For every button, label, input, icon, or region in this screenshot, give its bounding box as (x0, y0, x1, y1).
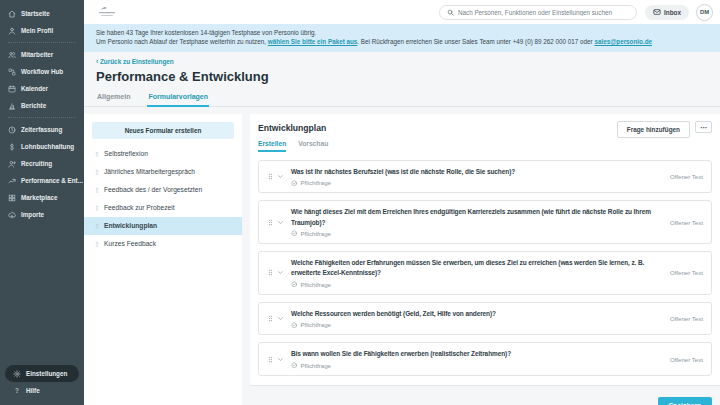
sidebar-item-marketplace[interactable]: Marketplace (0, 189, 84, 206)
form-item-entwicklungplan[interactable]: Entwicklungplan (84, 217, 242, 235)
drag-handle-icon[interactable] (267, 172, 274, 181)
check-circle-icon (291, 322, 298, 329)
sidebar-item-label: Einstellungen (26, 370, 67, 377)
drag-handle-icon[interactable] (267, 314, 274, 323)
sidebar-item-hilfe[interactable]: Hilfe (5, 382, 79, 399)
dollar-icon (8, 143, 16, 151)
sidebar-item-startseite[interactable]: Startseite (0, 5, 84, 22)
sales-email-link[interactable]: sales@personio.de (594, 38, 652, 45)
form-item-label: Kurzes Feedback (104, 240, 156, 247)
question-text: Welche Ressourcen werden benötigt (Geld,… (291, 309, 658, 319)
form-item-feedback-vorgesetzten[interactable]: Feedback des / der Vorgesetzten (84, 181, 242, 199)
more-options-button[interactable]: ⋯ (695, 121, 712, 133)
question-type-label: Offener Text (670, 315, 703, 322)
global-search[interactable] (439, 5, 637, 20)
form-item-label: Entwicklungplan (104, 222, 157, 229)
question-body: Bis wann wollen Sie die Fähigkeiten erwe… (291, 349, 670, 369)
sidebar-item-label: Recruiting (21, 160, 52, 167)
sidebar-item-label: Lohnbuchhaltung (21, 143, 74, 150)
create-form-button[interactable]: Neues Formular erstellen (92, 122, 234, 139)
sidebar-item-mein-profil[interactable]: Mein Profil (0, 22, 84, 39)
company-logo (94, 6, 120, 19)
question-controls (267, 355, 291, 364)
required-label: Pflichtfrage (301, 321, 331, 328)
bar-chart-icon (8, 102, 16, 110)
sidebar-item-label: Kalender (21, 85, 48, 92)
page-tabs: Allgemein Formularvorlagen (84, 91, 720, 107)
save-button[interactable]: Speichern (658, 397, 712, 405)
drag-handle-icon[interactable] (267, 355, 274, 364)
tab-erstellen[interactable]: Erstellen (258, 140, 286, 152)
sidebar-divider (8, 42, 76, 43)
add-question-button[interactable]: Frage hinzufügen (617, 121, 690, 138)
chevron-down-icon[interactable] (277, 315, 284, 322)
question-body: Welche Ressourcen werden benötigt (Geld,… (291, 309, 670, 329)
sidebar-item-label: Importe (21, 211, 44, 218)
inbox-button[interactable]: Inbox (645, 5, 689, 20)
tab-formularvorlagen[interactable]: Formularvorlagen (147, 91, 209, 107)
drag-handle-icon (94, 168, 100, 176)
sidebar-item-lohnbuchhaltung[interactable]: Lohnbuchhaltung (0, 138, 84, 155)
question-controls (267, 218, 291, 227)
check-circle-icon (291, 180, 298, 187)
question-card: Was ist Ihr nächstes Berufsziel (was ist… (258, 160, 712, 194)
sidebar-spacer (0, 223, 84, 361)
form-item-kurzes-feedback[interactable]: Kurzes Feedback (84, 235, 242, 253)
tab-allgemein[interactable]: Allgemein (96, 91, 131, 106)
question-controls (267, 268, 291, 277)
sidebar-item-label: Workflow Hub (21, 68, 63, 75)
question-card: Welche Fähigkeiten oder Erfahrungen müss… (258, 251, 712, 295)
help-icon (13, 387, 21, 395)
form-item-label: Feedback des / der Vorgesetzten (104, 186, 202, 193)
search-input[interactable] (458, 9, 629, 16)
sidebar-item-importe[interactable]: Importe (0, 206, 84, 223)
required-row: Pflichtfrage (291, 321, 658, 328)
recruiting-icon (8, 160, 16, 168)
required-label: Pflichtfrage (301, 362, 331, 369)
choose-package-link[interactable]: wählen Sie bitte ein Paket aus (268, 38, 358, 45)
page-header: ‹ Zurück zu Einstellungen Performance & … (84, 52, 720, 107)
sidebar-item-mitarbeiter[interactable]: Mitarbeiter (0, 46, 84, 63)
sidebar-item-berichte[interactable]: Berichte (0, 97, 84, 114)
avatar[interactable]: DM (696, 4, 713, 21)
chevron-down-icon[interactable] (277, 173, 284, 180)
trial-banner-line2: Um Personio nach Ablauf der Testphase we… (96, 37, 708, 46)
chevron-down-icon[interactable] (277, 356, 284, 363)
sidebar-footer: Einstellungen Hilfe (0, 361, 84, 405)
sidebar-item-einstellungen[interactable]: Einstellungen (5, 365, 79, 382)
drag-handle-icon (94, 240, 100, 248)
chevron-down-icon[interactable] (277, 219, 284, 226)
chevron-down-icon[interactable] (277, 269, 284, 276)
sidebar-item-recruiting[interactable]: Recruiting (0, 155, 84, 172)
tab-vorschau[interactable]: Vorschau (298, 140, 328, 152)
drag-handle-icon (94, 222, 100, 230)
question-text: Bis wann wollen Sie die Fähigkeiten erwe… (291, 349, 658, 359)
sidebar-divider (8, 117, 76, 118)
cloud-upload-icon (8, 211, 16, 219)
drag-handle-icon (94, 186, 100, 194)
question-card: Bis wann wollen Sie die Fähigkeiten erwe… (258, 342, 712, 376)
content-area: Neues Formular erstellen Selbstreflexion… (84, 114, 720, 405)
editor-column: Entwicklungplan Frage hinzufügen ⋯ Erste… (250, 114, 720, 405)
question-text: Was ist Ihr nächstes Berufsziel (was ist… (291, 167, 658, 177)
sidebar-item-label: Mitarbeiter (21, 51, 53, 58)
drag-handle-icon[interactable] (267, 218, 274, 227)
check-circle-icon (291, 230, 298, 237)
required-row: Pflichtfrage (291, 362, 658, 369)
form-item-jaehrliches-mitarbeitergespraech[interactable]: Jährliches Mitarbeitergespräch (84, 163, 242, 181)
sidebar-item-kalender[interactable]: Kalender (0, 80, 84, 97)
sidebar-item-label: Berichte (21, 102, 46, 109)
sidebar: Startseite Mein Profil Mitarbeiter Workf… (0, 0, 84, 405)
required-label: Pflichtfrage (301, 230, 331, 237)
form-item-selbstreflexion[interactable]: Selbstreflexion (84, 145, 242, 163)
form-item-label: Selbstreflexion (104, 150, 148, 157)
drag-handle-icon[interactable] (267, 268, 274, 277)
sidebar-item-workflow-hub[interactable]: Workflow Hub (0, 63, 84, 80)
question-controls (267, 314, 291, 323)
question-text: Welche Fähigkeiten oder Erfahrungen müss… (291, 258, 658, 278)
back-to-settings-link[interactable]: ‹ Zurück zu Einstellungen (96, 58, 708, 65)
sidebar-item-zeiterfassung[interactable]: Zeiterfassung (0, 121, 84, 138)
form-item-feedback-probezeit[interactable]: Feedback zur Probezeit (84, 199, 242, 217)
drag-handle-icon (94, 150, 100, 158)
sidebar-item-performance[interactable]: Performance & Ent... (0, 172, 84, 189)
